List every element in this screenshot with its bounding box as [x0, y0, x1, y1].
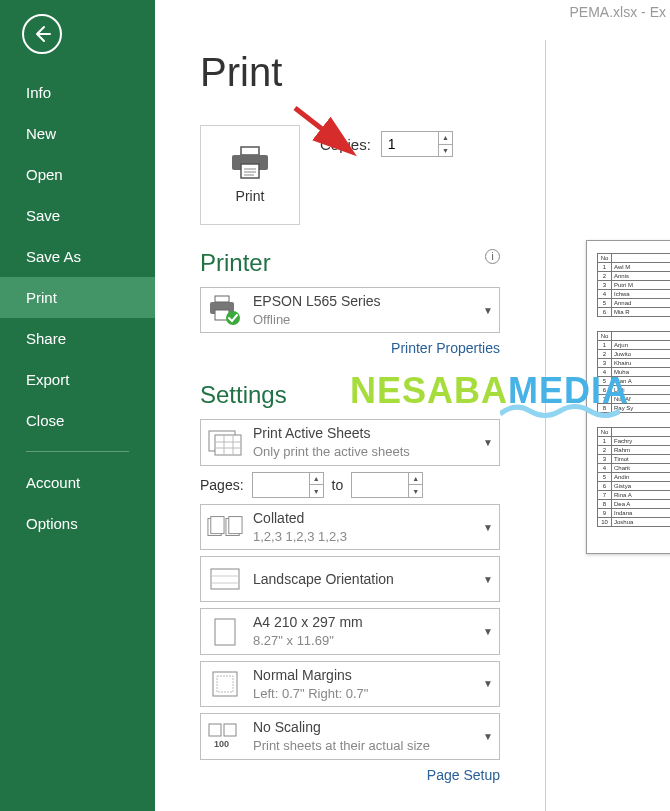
table-row: 3Timot [598, 455, 671, 464]
table-row: 6Mia R [598, 308, 671, 317]
sidebar-item-info[interactable]: Info [0, 72, 155, 113]
sidebar-item-save[interactable]: Save [0, 195, 155, 236]
pages-from-input[interactable] [253, 473, 309, 497]
printer-name: EPSON L565 Series [253, 293, 381, 309]
sidebar-item-account[interactable]: Account [0, 462, 155, 503]
printer-status: Offline [253, 311, 473, 329]
backstage-main: PEMA.xlsx - Ex Print Print Copies: [155, 0, 670, 811]
chevron-down-icon: ▼ [483, 574, 493, 585]
table-row: 5Dian A [598, 377, 671, 386]
page-icon [207, 614, 243, 650]
collation-icon [207, 509, 243, 545]
table-row: 4Muha [598, 368, 671, 377]
sheets-icon [207, 425, 243, 461]
chevron-down-icon: ▼ [483, 731, 493, 742]
svg-rect-23 [215, 619, 235, 645]
sidebar-item-share[interactable]: Share [0, 318, 155, 359]
chevron-down-icon: ▼ [483, 626, 493, 637]
pages-to-stepper[interactable]: ▲▼ [351, 472, 423, 498]
pages-from-stepper[interactable]: ▲▼ [252, 472, 324, 498]
table-row: 4Charit [598, 464, 671, 473]
paper-size-select[interactable]: A4 210 x 297 mm8.27" x 11.69" ▼ [200, 608, 500, 654]
pages-to-label: to [332, 477, 344, 493]
preview-table: No1Arjun2Juwito3Khairu4Muha5Dian A6Leili… [597, 331, 670, 413]
print-what-select[interactable]: Print Active SheetsOnly print the active… [200, 419, 500, 465]
margins-icon [207, 666, 243, 702]
svg-rect-11 [215, 435, 241, 455]
table-row: 3Khairu [598, 359, 671, 368]
chevron-down-icon: ▼ [483, 678, 493, 689]
sidebar-item-options[interactable]: Options [0, 503, 155, 544]
printer-info-icon[interactable]: i [485, 249, 500, 264]
copies-label: Copies: [320, 136, 371, 153]
sidebar-item-save-as[interactable]: Save As [0, 236, 155, 277]
pages-to-input[interactable] [352, 473, 408, 497]
svg-rect-27 [224, 724, 236, 736]
backstage-sidebar: InfoNewOpenSaveSave AsPrintShareExportCl… [0, 0, 155, 811]
table-row: 6Leili [598, 386, 671, 395]
page-setup-link[interactable]: Page Setup [427, 767, 500, 783]
orientation-icon [207, 561, 243, 597]
table-row: 3Putri M [598, 281, 671, 290]
table-row: 5Andin [598, 473, 671, 482]
sidebar-separator [26, 451, 129, 452]
table-row: 5Annad [598, 299, 671, 308]
copies-input[interactable] [382, 132, 438, 156]
preview-table: No1Awl M2Annis3Putri M4Ichwa5Annad6Mia R [597, 253, 670, 317]
table-row: 8Ray Sy [598, 404, 671, 413]
table-row: 6Gistya [598, 482, 671, 491]
table-row: 1Fachry [598, 437, 671, 446]
print-button-label: Print [236, 188, 265, 204]
sidebar-item-print[interactable]: Print [0, 277, 155, 318]
preview-page: No1Awl M2Annis3Putri M4Ichwa5Annad6Mia R… [586, 240, 670, 554]
table-row: 2Annis [598, 272, 671, 281]
pages-label: Pages: [200, 477, 244, 493]
copies-stepper[interactable]: ▲▼ [381, 131, 453, 157]
printer-icon [230, 146, 270, 180]
table-row: 2Juwito [598, 350, 671, 359]
preview-table: No1Fachry2Rahm3Timot4Charit5Andin6Gistya… [597, 427, 670, 527]
table-row: 8Dea A [598, 500, 671, 509]
scaling-icon: 100 [207, 718, 243, 754]
printer-select[interactable]: EPSON L565 SeriesOffline ▼ [200, 287, 500, 333]
chevron-down-icon: ▼ [483, 437, 493, 448]
table-row: 1Arjun [598, 341, 671, 350]
svg-rect-2 [241, 164, 259, 178]
printer-status-icon [207, 292, 243, 328]
svg-rect-19 [229, 517, 242, 534]
svg-rect-0 [241, 147, 259, 155]
copies-down[interactable]: ▼ [439, 145, 452, 157]
chevron-down-icon: ▼ [483, 305, 493, 316]
svg-rect-26 [209, 724, 221, 736]
table-row: 10Joshua [598, 518, 671, 527]
sidebar-item-close[interactable]: Close [0, 400, 155, 441]
svg-rect-7 [215, 296, 229, 302]
printer-properties-link[interactable]: Printer Properties [391, 340, 500, 356]
svg-rect-17 [211, 517, 224, 534]
table-row: 9Indana [598, 509, 671, 518]
window-title: PEMA.xlsx - Ex [155, 0, 670, 20]
collation-select[interactable]: Collated1,2,3 1,2,3 1,2,3 ▼ [200, 504, 500, 550]
svg-text:100: 100 [214, 739, 229, 749]
sidebar-item-new[interactable]: New [0, 113, 155, 154]
copies-up[interactable]: ▲ [439, 132, 452, 145]
print-preview: No1Awl M2Annis3Putri M4Ichwa5Annad6Mia R… [545, 40, 670, 811]
margins-select[interactable]: Normal MarginsLeft: 0.7" Right: 0.7" ▼ [200, 661, 500, 707]
chevron-down-icon: ▼ [483, 522, 493, 533]
back-arrow-icon [32, 24, 52, 44]
svg-rect-20 [211, 569, 239, 589]
table-row: 4Ichwa [598, 290, 671, 299]
table-row: 7Nur Af [598, 395, 671, 404]
back-button[interactable] [22, 14, 62, 54]
orientation-select[interactable]: Landscape Orientation ▼ [200, 556, 500, 602]
scaling-select[interactable]: 100 No ScalingPrint sheets at their actu… [200, 713, 500, 759]
table-row: 1Awl M [598, 263, 671, 272]
sidebar-item-open[interactable]: Open [0, 154, 155, 195]
table-row: 7Rina A [598, 491, 671, 500]
sidebar-item-export[interactable]: Export [0, 359, 155, 400]
print-button[interactable]: Print [200, 125, 300, 225]
table-row: 2Rahm [598, 446, 671, 455]
printer-section-title: Printer [200, 249, 271, 277]
